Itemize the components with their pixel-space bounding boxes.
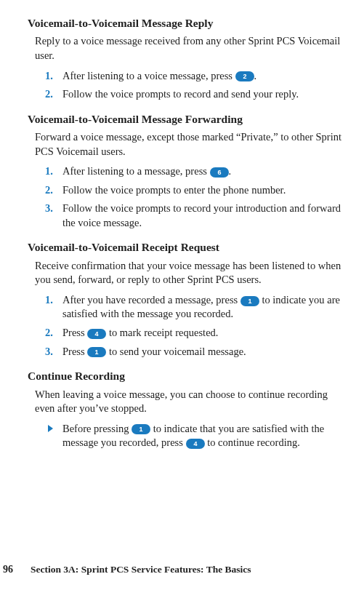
footer-label: Section 3A: Sprint PCS Service Features:… <box>31 564 251 575</box>
svg-text:4: 4 <box>193 440 197 447</box>
svg-text:1: 1 <box>248 298 251 305</box>
step: 3. Press 1 to send your voicemail messag… <box>28 345 349 359</box>
step-text-a: After you have recorded a message, press <box>62 294 240 306</box>
bullets-continue: Before pressing 1 to indicate that you a… <box>28 422 349 450</box>
intro-forward: Forward a voice message, except those ma… <box>35 130 349 159</box>
step-num: 2. <box>45 87 53 102</box>
key-6-icon: 6 <box>210 167 229 178</box>
svg-text:2: 2 <box>243 73 246 80</box>
triangle-bullet-icon <box>48 425 53 432</box>
step-text-a: Press <box>62 327 87 338</box>
step: 1. After listening to a message, press 6… <box>28 164 349 179</box>
page-body: Voicemail-to-Voicemail Message Reply Rep… <box>0 0 364 450</box>
step-num: 3. <box>45 345 53 359</box>
svg-text:4: 4 <box>95 330 99 338</box>
key-4-icon: 4 <box>87 329 106 339</box>
heading-forward: Voicemail-to-Voicemail Message Forwardin… <box>28 112 349 126</box>
step-text-b: . <box>254 70 257 81</box>
key-1-icon: 1 <box>240 296 259 306</box>
step-num: 2. <box>45 183 53 198</box>
step-num: 1. <box>45 164 53 179</box>
intro-reply: Reply to a voice message received from a… <box>35 34 349 63</box>
step-num: 1. <box>45 293 53 308</box>
key-4-icon: 4 <box>186 439 205 449</box>
intro-receipt: Receive confirmation that your voice mes… <box>35 259 349 287</box>
step-text-b: . <box>229 165 232 177</box>
intro-continue: When leaving a voice message, you can ch… <box>35 388 349 416</box>
step-num: 3. <box>45 202 53 216</box>
page-footer: 96 Section 3A: Sprint PCS Service Featur… <box>0 564 251 575</box>
heading-reply: Voicemail-to-Voicemail Message Reply <box>28 16 349 30</box>
svg-text:1: 1 <box>95 348 99 356</box>
step-text: Follow the voice prompts to record and s… <box>62 88 299 100</box>
step-text-a: After listening to a voice message, pres… <box>62 70 235 81</box>
heading-receipt: Voicemail-to-Voicemail Receipt Request <box>28 240 349 254</box>
heading-continue: Continue Recording <box>28 369 349 383</box>
step: 2. Press 4 to mark receipt requested. <box>28 326 349 340</box>
steps-receipt: 1. After you have recorded a message, pr… <box>28 293 349 359</box>
step-text-b: to send your voicemail message. <box>106 346 246 357</box>
step-text-b: to mark receipt requested. <box>106 327 218 338</box>
step: 2. Follow the voice prompts to record an… <box>28 87 349 102</box>
svg-text:1: 1 <box>139 426 143 433</box>
steps-reply: 1. After listening to a voice message, p… <box>28 69 349 102</box>
step: 1. After listening to a voice message, p… <box>28 69 349 84</box>
page-number: 96 <box>0 564 31 575</box>
step-num: 2. <box>45 326 53 340</box>
step: 3. Follow the voice prompts to record yo… <box>28 202 349 230</box>
step: 2. Follow the voice prompts to enter the… <box>28 183 349 198</box>
step-num: 1. <box>45 69 53 84</box>
step-text-a: Press <box>62 346 87 357</box>
key-2-icon: 2 <box>235 71 254 81</box>
step-text-a: After listening to a message, press <box>62 165 210 177</box>
bullet-text-a: Before pressing <box>62 423 132 434</box>
key-1-icon: 1 <box>87 347 106 357</box>
bullet-item: Before pressing 1 to indicate that you a… <box>28 422 349 450</box>
steps-forward: 1. After listening to a message, press 6… <box>28 164 349 230</box>
step-text: Follow the voice prompts to enter the ph… <box>62 184 286 196</box>
svg-text:6: 6 <box>217 169 221 176</box>
bullet-text-b: to continue recording. <box>205 436 300 448</box>
key-1-icon: 1 <box>132 424 150 434</box>
step-text: Follow the voice prompts to record your … <box>62 202 341 228</box>
step: 1. After you have recorded a message, pr… <box>28 293 349 322</box>
